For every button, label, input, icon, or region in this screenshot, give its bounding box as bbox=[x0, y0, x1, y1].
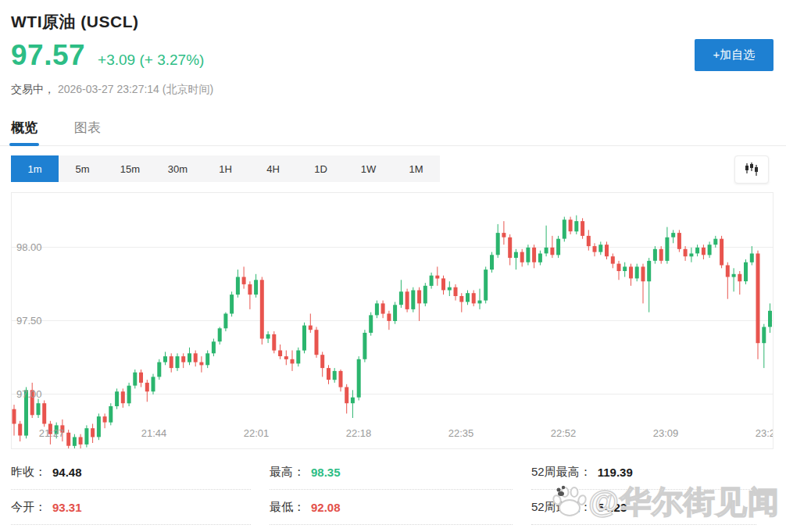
price-change: +3.09 (+ 3.27%) bbox=[98, 52, 204, 69]
x-axis-tick: 22:52 bbox=[546, 427, 581, 439]
y-axis-label: 97.50 bbox=[16, 316, 42, 327]
last-price: 97.57 bbox=[11, 39, 85, 72]
interval-1d[interactable]: 1D bbox=[297, 155, 345, 182]
trading-status-row: 交易中， 2026-03-27 23:27:14 (北京时间) bbox=[11, 83, 213, 97]
tab-chart[interactable]: 图表 bbox=[74, 119, 101, 137]
view-tabs: 概览 图表 bbox=[0, 117, 786, 146]
x-axis-tick: 22:01 bbox=[239, 427, 273, 439]
candlestick-chart[interactable] bbox=[12, 193, 773, 449]
interval-4h[interactable]: 4H bbox=[249, 155, 297, 182]
quote-timestamp: 2026-03-27 23:27:14 (北京时间) bbox=[58, 83, 213, 95]
x-axis-tick: 21:44 bbox=[137, 427, 171, 439]
instrument-header: WTI原油 (USCL) bbox=[11, 11, 138, 33]
stat-value: 119.39 bbox=[598, 466, 633, 479]
stats-col-2: 最高： 98.35 最低： 92.08 bbox=[270, 455, 531, 525]
stats-col-1: 昨收： 94.48 今开： 93.31 bbox=[11, 455, 270, 525]
x-axis-tick: 21:27 bbox=[34, 427, 69, 439]
x-axis-tick: 22:18 bbox=[341, 427, 376, 439]
watermark: @华尔街见闻 bbox=[551, 480, 780, 523]
interval-1mo[interactable]: 1M bbox=[392, 155, 440, 182]
stat-label: 今开： bbox=[11, 500, 46, 515]
x-axis-tick: 23:09 bbox=[648, 427, 683, 439]
stat-label: 最低： bbox=[270, 500, 305, 515]
trading-status: 交易中， bbox=[11, 83, 55, 95]
stat-low: 最低： 92.08 bbox=[270, 490, 513, 525]
y-axis-label: 97.00 bbox=[16, 389, 42, 400]
stat-label: 最高： bbox=[270, 465, 305, 480]
chart-type-button[interactable] bbox=[734, 155, 769, 184]
stat-label: 52周最高： bbox=[531, 465, 591, 480]
stat-open: 今开： 93.31 bbox=[11, 490, 251, 525]
interval-1w[interactable]: 1W bbox=[345, 155, 392, 182]
interval-5m[interactable]: 5m bbox=[59, 155, 106, 182]
watermark-text: @华尔街见闻 bbox=[588, 480, 780, 523]
stat-prev-close: 昨收： 94.48 bbox=[11, 455, 251, 490]
x-axis-tick: 22:35 bbox=[444, 427, 478, 439]
price-row: 97.57 +3.09 (+ 3.27%) bbox=[11, 39, 204, 72]
stat-value: 92.08 bbox=[311, 501, 341, 514]
x-axis-tick: 23:26 bbox=[751, 427, 773, 439]
stat-value: 93.31 bbox=[52, 501, 82, 514]
active-tab-underline bbox=[9, 143, 39, 146]
add-to-watchlist-button[interactable]: +加自选 bbox=[695, 39, 773, 71]
candlestick-chart-icon bbox=[744, 162, 759, 177]
interval-selector: 1m 5m 15m 30m 1H 4H 1D 1W 1M bbox=[11, 155, 440, 182]
stat-high: 最高： 98.35 bbox=[270, 455, 513, 490]
interval-30m[interactable]: 30m bbox=[154, 155, 202, 182]
page-title: WTI原油 (USCL) bbox=[11, 11, 138, 33]
interval-1h[interactable]: 1H bbox=[202, 155, 249, 182]
y-axis-label: 98.00 bbox=[16, 242, 42, 253]
paw-icon bbox=[551, 484, 588, 520]
stat-label: 昨收： bbox=[11, 465, 46, 480]
interval-15m[interactable]: 15m bbox=[106, 155, 154, 182]
stat-value: 98.35 bbox=[311, 466, 341, 479]
stat-value: 94.48 bbox=[52, 466, 82, 479]
tab-overview[interactable]: 概览 bbox=[11, 119, 38, 137]
chart-panel: 98.00 97.50 97.00 21:27 21:44 22:01 22:1… bbox=[11, 192, 773, 449]
interval-1m[interactable]: 1m bbox=[11, 155, 59, 182]
